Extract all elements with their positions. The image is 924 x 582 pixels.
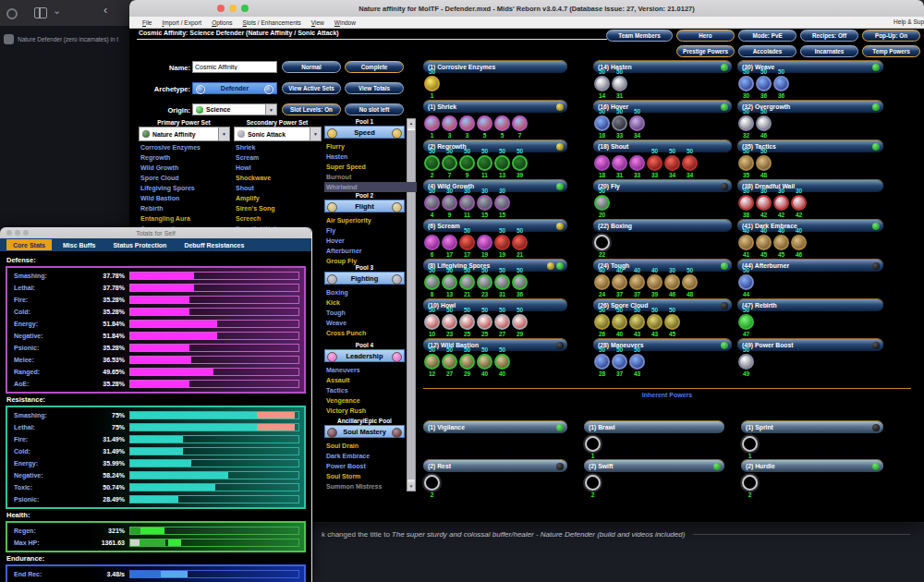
chevron-left-icon[interactable]: ‹ (103, 3, 107, 17)
enhancement-slot[interactable]: 5032 (737, 112, 755, 138)
normal-button[interactable]: Normal (282, 61, 341, 73)
enhancement-slot[interactable]: 5037 (611, 350, 628, 376)
pool-set-bar-flight[interactable]: Flight (324, 200, 405, 212)
recipes-off-button[interactable]: Recipes: Off (800, 30, 858, 42)
enhancement-slot[interactable]: 4037 (628, 271, 646, 297)
power-list-item-whirlwind[interactable]: Whirlwind (324, 182, 417, 192)
enhancement-slot[interactable]: 5025 (476, 310, 493, 336)
power-rebirth[interactable]: (47) Rebirth (737, 299, 883, 311)
temp-powers-button[interactable]: Temp Powers (862, 45, 920, 57)
enhancement-slot[interactable]: 5045 (663, 310, 681, 336)
enhancement-slot[interactable]: 17 (441, 231, 458, 257)
enhancement-slot[interactable]: 5027 (441, 350, 458, 376)
power-list-item-kick[interactable]: Kick (324, 297, 417, 308)
enhancement-slot[interactable]: 5020 (593, 191, 611, 217)
power-list-item-wild-bastion[interactable]: Wild Bastion (139, 193, 231, 203)
power-list-item-tough[interactable]: Tough (324, 308, 417, 318)
power-list-item-shout[interactable]: Shout (234, 183, 326, 193)
enhancement-slot[interactable]: 5034 (628, 112, 646, 138)
enhancement-slot[interactable]: 33 (628, 152, 646, 177)
power-list-item-burnout[interactable]: Burnout (324, 172, 417, 182)
enhancement-slot[interactable]: 507 (441, 152, 458, 177)
power-list-item-shriek[interactable]: Shriek (234, 142, 326, 152)
power-list-item-lifegiving-spores[interactable]: Lifegiving Spores (139, 183, 231, 193)
enhancement-slot[interactable]: 5036 (511, 271, 529, 297)
enhancement-slot[interactable]: 5048 (681, 271, 699, 297)
enhancement-slot[interactable]: 5027 (493, 310, 511, 336)
power-list-item-dark-embrace[interactable]: Dark Embrace (324, 451, 417, 461)
maximize-button[interactable] (23, 230, 29, 236)
enhancement-slot[interactable]: 18 (593, 152, 611, 177)
slot-levels-on-button[interactable]: Slot Levels: On (282, 103, 341, 115)
enhancement-slot[interactable]: 5021 (511, 231, 529, 257)
enhancement-slot[interactable]: 5029 (511, 310, 529, 336)
power-list-item-maneuvers[interactable]: Maneuvers (324, 365, 417, 375)
power-list-item-assault[interactable]: Assault (324, 375, 417, 385)
enhancement-slot[interactable]: 19 (476, 231, 493, 257)
power-brawl[interactable]: (1) Brawl (584, 421, 724, 433)
menu-help[interactable]: Help & Sup (894, 18, 924, 25)
enhancement-slot[interactable]: 5043 (628, 310, 646, 336)
power-list-item-rebirth[interactable]: Rebirth (139, 203, 231, 213)
power-list-item-spore-cloud[interactable]: Spore Cloud (139, 173, 231, 183)
power-list-item-summon-mistress[interactable]: Summon Mistress (324, 481, 417, 491)
enhancement-slot[interactable]: 3011 (458, 191, 476, 217)
enhancement-slot[interactable]: 5030 (737, 72, 755, 98)
enhancement-slot[interactable]: 5034 (663, 152, 681, 177)
menu-import-export[interactable]: Import / Export (163, 19, 202, 26)
power-list-item-corrosive-enzymes[interactable]: Corrosive Enzymes (139, 142, 231, 152)
enhancement-slot[interactable]: 4046 (790, 231, 808, 257)
power-list-item-afterburner[interactable]: Afterburner (324, 246, 417, 256)
mode-pve-button[interactable]: Mode: PvE (738, 30, 796, 42)
tab-misc-buffs[interactable]: Misc Buffs (56, 239, 102, 250)
enhancement-slot[interactable]: 5014 (593, 72, 611, 98)
enhancement-slot[interactable]: 5012 (423, 350, 441, 376)
pool-set-bar-leadership[interactable]: Leadership (324, 349, 405, 362)
enhancement-slot[interactable]: 3 (458, 112, 476, 138)
power-list-item-entangling-aura[interactable]: Entangling Aura (139, 213, 231, 224)
power-power-boost[interactable]: (49) Power Boost (737, 339, 883, 351)
enhancement-slot[interactable]: 3042 (790, 191, 808, 217)
enhancement-slot[interactable]: 501 (423, 72, 441, 98)
enhancement-slot[interactable]: 5019 (493, 231, 511, 257)
enhancement-slot[interactable]: 5 (493, 112, 511, 138)
power-boxing[interactable]: (22) Boxing (593, 220, 732, 232)
tab-core-stats[interactable]: Core Stats (6, 239, 52, 250)
archetype-dropdown[interactable]: Defender (192, 82, 277, 94)
enhancement-slot[interactable]: 5013 (493, 152, 511, 177)
enhancement-slot[interactable]: 509 (458, 152, 476, 177)
no-slot-left-button[interactable]: No slot left (345, 103, 404, 115)
enhancement-slot[interactable]: 5031 (493, 271, 511, 297)
enhancement-slot[interactable]: 309 (441, 191, 458, 217)
dropdown-arrow-icon[interactable]: ▼ (218, 127, 229, 140)
enhancement-slot[interactable]: 7 (511, 112, 529, 138)
power-list-item-regrowth[interactable]: Regrowth (139, 152, 231, 163)
enhancement-slot[interactable]: 5033 (646, 152, 663, 177)
minimize-button[interactable] (229, 5, 237, 12)
view-totals-button[interactable]: View Totals (345, 82, 404, 94)
enhancement-slot[interactable]: 3 (441, 112, 458, 138)
power-list-item-soul-drain[interactable]: Soul Drain (324, 441, 417, 451)
power-list-item-fly[interactable]: Fly (324, 225, 417, 236)
prestige-powers-button[interactable]: Prestige Powers (676, 45, 735, 57)
enhancement-slot[interactable]: 3015 (493, 191, 511, 217)
power-list-item-flurry[interactable]: Flurry (324, 141, 417, 152)
view-active-sets-button[interactable]: View Active Sets (282, 82, 341, 94)
power-list-item-boxing[interactable]: Boxing (324, 287, 417, 297)
enhancement-slot[interactable]: 5017 (458, 231, 476, 257)
enhancement-slot[interactable]: 5023 (441, 310, 458, 336)
power-hurdle[interactable]: (2) Hurdle (741, 460, 883, 472)
power-list-item-power-boost[interactable]: Power Boost (324, 461, 417, 471)
chevron-down-icon[interactable]: ⌄ (53, 5, 61, 17)
enhancement-slot[interactable]: 4039 (646, 271, 663, 297)
enhancement-slot[interactable]: 5025 (458, 310, 476, 336)
enhancement-slot[interactable]: 1 (423, 112, 441, 138)
incarnates-button[interactable]: Incarnates (800, 45, 858, 57)
close-button[interactable] (6, 230, 12, 236)
enhancement-slot[interactable]: 5033 (611, 112, 628, 138)
dropdown-arrow-icon[interactable]: ▼ (310, 127, 321, 140)
enhancement-slot[interactable]: 3042 (755, 191, 772, 217)
power-list-item-super-speed[interactable]: Super Speed (324, 162, 417, 172)
enhancement-slot[interactable]: 5040 (611, 310, 628, 336)
power-sprint[interactable]: (1) Sprint (741, 421, 883, 433)
